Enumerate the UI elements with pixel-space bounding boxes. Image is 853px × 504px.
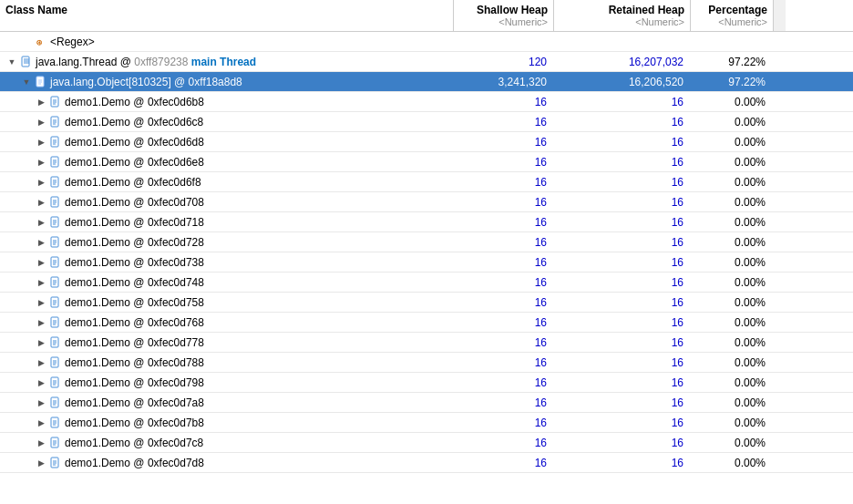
class-name-text: demo1.Demo @ 0xfec0d6b8 <box>65 96 204 108</box>
class-name-text: demo1.Demo @ 0xfec0d7a8 <box>65 396 204 409</box>
table-row[interactable]: ▶ demo1.Demo @ 0xfec0d77816160.00% <box>0 333 853 353</box>
expand-button[interactable]: ▶ <box>35 316 47 329</box>
expand-button[interactable]: ▶ <box>35 296 47 309</box>
thread-icon <box>20 56 33 68</box>
percentage-value: 0.00% <box>691 134 773 150</box>
class-name-text: java.lang.Thread @ 0xff879238 main Threa… <box>36 56 256 68</box>
expand-button[interactable]: ▶ <box>35 396 47 409</box>
expand-button[interactable]: ▶ <box>35 236 47 249</box>
retained-heap-value: 16 <box>554 194 691 211</box>
table-row[interactable]: ▶ demo1.Demo @ 0xfec0d74816160.00% <box>0 273 853 293</box>
table-row[interactable]: ▶ demo1.Demo @ 0xfec0d70816160.00% <box>0 192 853 212</box>
retained-heap-value: 16 <box>554 314 691 331</box>
percentage-value: 97.22% <box>691 54 773 70</box>
retained-heap-sub: <Numeric> <box>560 16 684 27</box>
shallow-heap-value: 16 <box>454 234 554 251</box>
expand-button[interactable]: ▶ <box>35 116 47 129</box>
file-icon <box>49 376 62 389</box>
expand-button[interactable]: ▶ <box>35 256 47 269</box>
class-name-text: demo1.Demo @ 0xfec0d6c8 <box>65 116 203 129</box>
percentage-value: 0.00% <box>691 334 773 351</box>
expand-button[interactable]: ▶ <box>35 356 47 369</box>
class-name-text: demo1.Demo @ 0xfec0d6e8 <box>65 156 204 169</box>
expand-button[interactable]: ▶ <box>35 156 47 169</box>
table-row[interactable]: ▶ demo1.Demo @ 0xfec0d78816160.00% <box>0 353 853 373</box>
table-row[interactable]: ▶ demo1.Demo @ 0xfec0d6b816160.00% <box>0 92 853 112</box>
expand-button[interactable]: ▶ <box>35 457 47 469</box>
shallow-heap-value: 16 <box>454 214 554 231</box>
table-row[interactable]: ▶ demo1.Demo @ 0xfec0d71816160.00% <box>0 212 853 232</box>
expand-button[interactable]: ▶ <box>35 176 47 189</box>
class-name-text: demo1.Demo @ 0xfec0d708 <box>65 196 204 209</box>
table-row[interactable]: ▶ demo1.Demo @ 0xfec0d76816160.00% <box>0 313 853 333</box>
file-icon <box>49 457 62 469</box>
retained-heap-value: 16 <box>554 415 691 431</box>
class-name-text: demo1.Demo @ 0xfec0d718 <box>65 216 204 229</box>
class-name-text: demo1.Demo @ 0xfec0d778 <box>65 336 204 349</box>
table-body[interactable]: ⊛ <Regex>▼ java.lang.Thread @ 0xff879238… <box>0 32 853 504</box>
classname-label: Class Name <box>5 4 447 16</box>
retained-heap-value: 16 <box>554 154 691 170</box>
percentage-value: 97.22% <box>691 74 773 90</box>
table-row[interactable]: ▶ demo1.Demo @ 0xfec0d7c816160.00% <box>0 433 853 453</box>
retained-heap-header[interactable]: Retained Heap <Numeric> <box>554 0 691 31</box>
expand-button[interactable]: ▶ <box>35 196 47 209</box>
table-row[interactable]: ⊛ <Regex> <box>0 32 853 52</box>
table-row[interactable]: ▶ demo1.Demo @ 0xfec0d6f816160.00% <box>0 172 853 192</box>
table-row[interactable]: ▶ demo1.Demo @ 0xfec0d79816160.00% <box>0 373 853 393</box>
file-icon <box>49 196 62 209</box>
shallow-heap-value: 16 <box>454 435 554 451</box>
expand-button[interactable]: ▶ <box>35 276 47 289</box>
class-name-text: demo1.Demo @ 0xfec0d7c8 <box>65 437 203 449</box>
retained-heap-value: 16,206,520 <box>554 74 691 90</box>
table-row[interactable]: ▼ java.lang.Thread @ 0xff879238 main Thr… <box>0 52 853 72</box>
class-name-text: demo1.Demo @ 0xfec0d738 <box>65 256 204 269</box>
expand-button[interactable]: ▶ <box>35 136 47 149</box>
table-row[interactable]: ▶ demo1.Demo @ 0xfec0d75816160.00% <box>0 293 853 313</box>
table-row[interactable]: ▼ java.lang.Object[810325] @ 0xff18a8d83… <box>0 72 853 92</box>
table-row[interactable]: ▶ demo1.Demo @ 0xfec0d7d816160.00% <box>0 453 853 473</box>
expand-button[interactable]: ▼ <box>5 56 18 68</box>
shallow-heap-value: 16 <box>454 274 554 291</box>
table-row[interactable]: ▶ demo1.Demo @ 0xfec0d6e816160.00% <box>0 152 853 172</box>
file-icon <box>49 216 62 229</box>
expand-button[interactable]: ▶ <box>35 417 47 429</box>
expand-button[interactable]: ▼ <box>20 76 33 88</box>
expand-button[interactable]: ▶ <box>35 96 47 108</box>
retained-heap-value: 16 <box>554 234 691 251</box>
table-row[interactable]: ▶ demo1.Demo @ 0xfec0d7a816160.00% <box>0 393 853 413</box>
classname-header[interactable]: Class Name <box>0 0 454 31</box>
percentage-header[interactable]: Percentage <Numeric> <box>691 0 773 31</box>
shallow-heap-value: 16 <box>454 294 554 311</box>
percentage-value: 0.00% <box>691 114 773 130</box>
table-row[interactable]: ▶ demo1.Demo @ 0xfec0d72816160.00% <box>0 232 853 252</box>
class-name-text: demo1.Demo @ 0xfec0d6d8 <box>65 136 204 149</box>
table-row[interactable]: ▶ demo1.Demo @ 0xfec0d6c816160.00% <box>0 112 853 132</box>
expand-button[interactable]: ▶ <box>35 376 47 389</box>
table-row[interactable]: ▶ demo1.Demo @ 0xfec0d73816160.00% <box>0 252 853 273</box>
retained-heap-value: 16 <box>554 395 691 411</box>
file-icon <box>49 396 62 409</box>
shallow-heap-value: 16 <box>454 114 554 130</box>
expand-button[interactable]: ▶ <box>35 437 47 449</box>
retained-heap-value: 16 <box>554 254 691 271</box>
shallow-heap-value: 16 <box>454 455 554 471</box>
expand-button[interactable]: ▶ <box>35 336 47 349</box>
percentage-value: 0.00% <box>691 355 773 371</box>
table-row[interactable]: ▶ demo1.Demo @ 0xfec0d6d816160.00% <box>0 132 853 152</box>
shallow-heap-value: 16 <box>454 174 554 190</box>
retained-heap-value: 16 <box>554 214 691 231</box>
expand-button[interactable]: ▶ <box>35 216 47 229</box>
shallow-heap-header[interactable]: Shallow Heap <Numeric> <box>454 0 554 31</box>
table-row[interactable]: ▶ demo1.Demo @ 0xfec0d7b816160.00% <box>0 413 853 433</box>
class-name-text: java.lang.Object[810325] @ 0xff18a8d8 <box>50 76 242 88</box>
file-icon <box>49 336 62 349</box>
shallow-heap-value: 16 <box>454 375 554 391</box>
shallow-heap-value: 16 <box>454 314 554 331</box>
file-icon <box>49 296 62 309</box>
percentage-value: 0.00% <box>691 234 773 251</box>
file-icon <box>49 256 62 269</box>
shallow-heap-value: 3,241,320 <box>454 74 554 90</box>
table-header: Class Name Shallow Heap <Numeric> Retain… <box>0 0 853 32</box>
heap-table: Class Name Shallow Heap <Numeric> Retain… <box>0 0 853 504</box>
